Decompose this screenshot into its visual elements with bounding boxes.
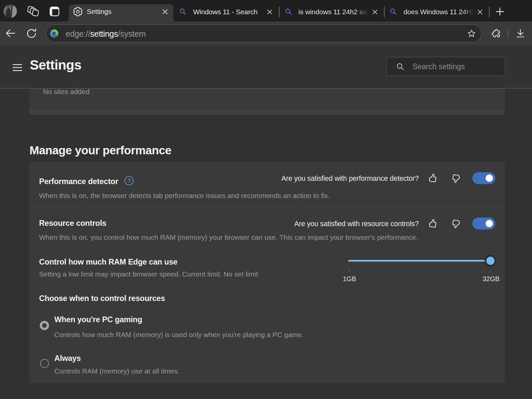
- svg-text:?: ?: [128, 178, 131, 184]
